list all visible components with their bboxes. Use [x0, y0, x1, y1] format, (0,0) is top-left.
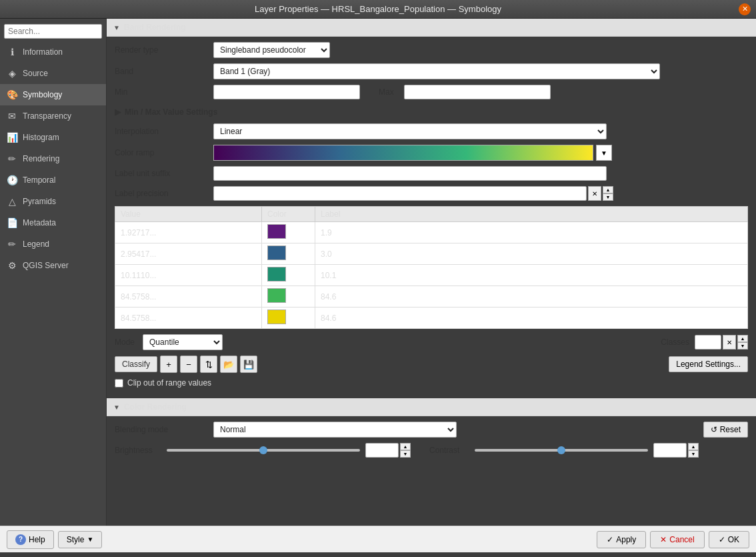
sidebar-item-label: Symbology	[23, 90, 62, 99]
band-rendering-content: Render type Singleband pseudocolor Band …	[107, 37, 756, 398]
classes-clear-button[interactable]: ✕	[723, 335, 736, 350]
table-cell-value: 10.1110...	[115, 265, 262, 286]
min-max-settings-label: Min / Max Value Settings	[125, 107, 217, 117]
table-row: 84.5758...84.6	[115, 308, 748, 329]
classes-container: 5 ✕ ▲ ▼	[695, 335, 748, 350]
sidebar-item-label: Information	[23, 47, 63, 57]
sidebar-item-label: QGIS Server	[23, 261, 69, 270]
brightness-value-input[interactable]: 0	[365, 443, 399, 458]
classes-input[interactable]: 5	[695, 335, 721, 350]
sidebar-item-legend[interactable]: ✏ Legend	[0, 233, 106, 255]
mode-row: Mode Quantile Classes 5 ✕ ▲ ▼	[115, 334, 748, 350]
style-button[interactable]: Style ▼	[58, 531, 103, 548]
ok-label: OK	[728, 535, 739, 544]
color-ramp-preview[interactable]	[213, 145, 593, 161]
sidebar-item-transparency[interactable]: ✉ Transparency	[0, 105, 106, 127]
color-rendering-title: Color Rendering	[124, 402, 187, 412]
save-colors-button[interactable]: 💾	[240, 356, 257, 373]
cancel-icon: ✕	[660, 535, 667, 544]
help-button[interactable]: ? Help	[7, 530, 54, 549]
color-swatch[interactable]	[267, 310, 286, 324]
color-swatch[interactable]	[267, 245, 286, 260]
band-row: Band Band 1 (Gray)	[115, 63, 748, 79]
min-max-settings-arrow: ▶	[115, 107, 121, 117]
sidebar-item-label: Transparency	[23, 111, 71, 121]
brightness-spinbox: ▲ ▼	[400, 443, 411, 458]
sidebar-item-qgis-server[interactable]: ⚙ QGIS Server	[0, 255, 106, 276]
contrast-spin-up[interactable]: ▲	[688, 443, 699, 450]
table-cell-color[interactable]	[262, 308, 315, 329]
contrast-value-input[interactable]: 0	[653, 443, 687, 458]
cancel-label: Cancel	[669, 535, 694, 544]
min-max-row: Min 1.9271798137809408 Max 84.5758762862…	[115, 85, 748, 99]
add-class-button[interactable]: +	[160, 356, 177, 373]
color-swatch[interactable]	[267, 288, 286, 303]
band-rendering-header[interactable]: ▼ Band Rendering	[107, 19, 756, 37]
sidebar-item-information[interactable]: ℹ Information	[0, 41, 106, 63]
interpolation-select[interactable]: Linear	[213, 123, 607, 139]
precision-clear-button[interactable]: ✕	[588, 186, 601, 201]
blending-mode-row: Blending mode Normal ↺ Reset	[115, 422, 748, 438]
color-swatch[interactable]	[267, 267, 286, 282]
remove-class-button[interactable]: −	[180, 356, 197, 373]
reset-button[interactable]: ↺ Reset	[703, 422, 748, 438]
band-rendering-title: Band Rendering	[124, 23, 186, 32]
color-swatch[interactable]	[267, 224, 286, 239]
mode-select[interactable]: Quantile	[143, 334, 223, 350]
sidebar-item-label: Source	[23, 69, 48, 78]
classes-spin-up-button[interactable]: ▲	[737, 335, 748, 342]
legend-settings-button[interactable]: Legend Settings...	[669, 356, 748, 372]
contrast-spin-down[interactable]: ▼	[688, 450, 699, 458]
table-cell-color[interactable]	[262, 265, 315, 286]
reverse-colors-button[interactable]: ⇅	[200, 356, 217, 373]
brightness-row: Brightness 0 ▲ ▼ Contrast 0 ▲ ▼	[115, 443, 748, 458]
symbology-icon: 🎨	[5, 88, 19, 101]
table-cell-color[interactable]	[262, 243, 315, 265]
max-input[interactable]: 84.5758762862397049	[404, 85, 551, 99]
brightness-spin-down[interactable]: ▼	[400, 450, 411, 458]
brightness-slider[interactable]	[167, 449, 360, 452]
brightness-spin-up[interactable]: ▲	[400, 443, 411, 450]
blending-mode-select[interactable]: Normal	[213, 422, 457, 438]
precision-spin-up-button[interactable]: ▲	[603, 186, 613, 193]
contrast-slider[interactable]	[475, 449, 648, 452]
load-colors-button[interactable]: 📂	[220, 356, 237, 373]
sidebar-item-source[interactable]: ◈ Source	[0, 63, 106, 84]
min-input[interactable]: 1.9271798137809408	[213, 85, 360, 99]
sidebar-item-rendering[interactable]: ✏ Rendering	[0, 148, 106, 169]
sidebar-item-metadata[interactable]: 📄 Metadata	[0, 212, 106, 233]
search-input[interactable]	[4, 24, 102, 39]
table-cell-label: 84.6	[315, 308, 748, 329]
classes-spin-down-button[interactable]: ▼	[737, 342, 748, 350]
sidebar-item-histogram[interactable]: 📊 Histogram	[0, 127, 106, 148]
sidebar-item-symbology[interactable]: 🎨 Symbology	[0, 84, 106, 105]
clip-checkbox-row: Clip out of range values	[115, 378, 748, 388]
cancel-button[interactable]: ✕ Cancel	[650, 531, 704, 548]
label-unit-suffix-input[interactable]	[213, 166, 607, 181]
help-label: Help	[29, 535, 45, 544]
render-type-select[interactable]: Singleband pseudocolor	[213, 42, 330, 58]
label-precision-input[interactable]: 1	[213, 186, 587, 201]
band-select[interactable]: Band 1 (Gray)	[213, 63, 660, 79]
histogram-icon: 📊	[5, 131, 19, 144]
apply-button[interactable]: ✓ Apply	[597, 531, 646, 548]
brightness-value-container: 0 ▲ ▼	[365, 443, 411, 458]
color-ramp-dropdown-button[interactable]: ▼	[596, 145, 612, 161]
table-cell-color[interactable]	[262, 222, 315, 243]
ok-button[interactable]: ✓ OK	[709, 531, 749, 548]
precision-spin-down-button[interactable]: ▼	[603, 193, 613, 201]
table-cell-color[interactable]	[262, 286, 315, 308]
sidebar-item-temporal[interactable]: 🕐 Temporal	[0, 169, 106, 191]
close-button[interactable]: ✕	[739, 3, 751, 15]
title-bar: Layer Properties — HRSL_Bangalore_Popula…	[0, 0, 756, 19]
clip-checkbox[interactable]	[115, 379, 123, 388]
min-max-settings-header[interactable]: ▶ Min / Max Value Settings	[115, 105, 748, 119]
sidebar: ℹ Information ◈ Source 🎨 Symbology ✉ Tra…	[0, 19, 107, 526]
blending-mode-label: Blending mode	[115, 425, 208, 434]
table-row: 1.92717...1.9	[115, 222, 748, 243]
sidebar-item-pyramids[interactable]: △ Pyramids	[0, 191, 106, 212]
color-rendering-header[interactable]: ▼ Color Rendering	[107, 398, 756, 416]
classify-button[interactable]: Classify	[115, 356, 157, 372]
sidebar-item-label: Histogram	[23, 133, 59, 142]
label-precision-container: 1 ✕ ▲ ▼	[213, 186, 613, 201]
